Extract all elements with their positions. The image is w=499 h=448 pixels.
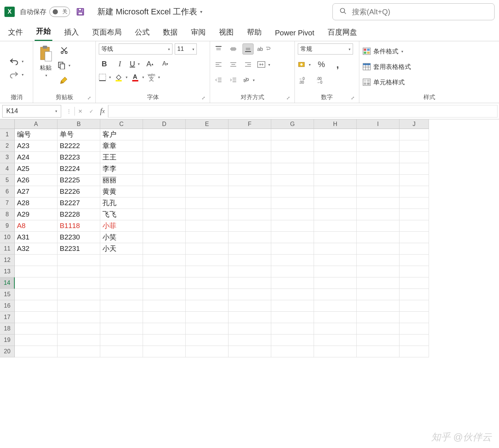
cell[interactable] bbox=[186, 209, 228, 220]
cell[interactable] bbox=[186, 323, 228, 335]
cell[interactable] bbox=[357, 163, 399, 175]
cell[interactable] bbox=[143, 243, 186, 255]
cell[interactable] bbox=[143, 197, 186, 209]
cell[interactable] bbox=[314, 277, 357, 289]
cell[interactable] bbox=[228, 300, 271, 312]
confirm-button[interactable]: ✓ bbox=[86, 106, 97, 117]
cell[interactable]: B2225 bbox=[57, 175, 100, 186]
cell[interactable] bbox=[399, 232, 429, 243]
cell[interactable] bbox=[228, 255, 271, 266]
cell[interactable] bbox=[314, 129, 357, 140]
cell[interactable] bbox=[314, 335, 357, 346]
cell[interactable] bbox=[399, 152, 429, 163]
cell[interactable] bbox=[271, 277, 314, 289]
copy-button[interactable]: ▾ bbox=[57, 61, 70, 69]
cell[interactable] bbox=[100, 266, 143, 277]
row-header[interactable]: 7 bbox=[0, 197, 15, 209]
cell[interactable] bbox=[399, 255, 429, 266]
cell[interactable] bbox=[357, 255, 399, 266]
cell[interactable] bbox=[186, 129, 228, 140]
phonetic-button[interactable]: wén文 ▾ bbox=[148, 73, 160, 81]
cell[interactable] bbox=[228, 197, 271, 209]
cell[interactable]: B2230 bbox=[57, 232, 100, 243]
cell[interactable] bbox=[100, 289, 143, 300]
cell[interactable] bbox=[314, 266, 357, 277]
cell[interactable] bbox=[357, 209, 399, 220]
cell[interactable]: 李李 bbox=[100, 163, 143, 175]
cell[interactable] bbox=[186, 266, 228, 277]
cell[interactable] bbox=[57, 335, 100, 346]
row-header[interactable]: 3 bbox=[0, 152, 15, 163]
cell[interactable] bbox=[357, 289, 399, 300]
document-title[interactable]: 新建 Microsoft Excel 工作表 ▾ bbox=[97, 6, 202, 17]
align-right-button[interactable] bbox=[242, 59, 254, 70]
cell[interactable] bbox=[186, 186, 228, 197]
cell[interactable] bbox=[15, 312, 57, 323]
cell[interactable] bbox=[186, 152, 228, 163]
tab-视图[interactable]: 视图 bbox=[217, 24, 235, 41]
cell[interactable] bbox=[271, 163, 314, 175]
row-header[interactable]: 18 bbox=[0, 323, 15, 335]
cell[interactable] bbox=[100, 346, 143, 357]
cell[interactable] bbox=[271, 335, 314, 346]
row-header[interactable]: 6 bbox=[0, 186, 15, 197]
cell[interactable] bbox=[399, 140, 429, 152]
cell[interactable] bbox=[271, 152, 314, 163]
search-input[interactable] bbox=[352, 8, 488, 16]
decrease-decimal-button[interactable]: .00→0 bbox=[315, 74, 327, 85]
cell[interactable] bbox=[357, 346, 399, 357]
cell[interactable] bbox=[143, 289, 186, 300]
cell[interactable] bbox=[15, 346, 57, 357]
cell[interactable] bbox=[357, 243, 399, 255]
conditional-formatting-button[interactable]: 条件格式▾ bbox=[362, 45, 403, 57]
cell[interactable] bbox=[271, 129, 314, 140]
cell[interactable]: 孔孔 bbox=[100, 197, 143, 209]
cell[interactable] bbox=[314, 186, 357, 197]
cell[interactable] bbox=[271, 232, 314, 243]
cell[interactable] bbox=[100, 255, 143, 266]
cell[interactable] bbox=[314, 175, 357, 186]
column-header[interactable]: E bbox=[186, 119, 228, 129]
cell[interactable]: A28 bbox=[15, 197, 57, 209]
cell[interactable] bbox=[314, 152, 357, 163]
cell[interactable] bbox=[15, 335, 57, 346]
cell[interactable]: 飞飞 bbox=[100, 209, 143, 220]
cell[interactable]: B2223 bbox=[57, 152, 100, 163]
cell[interactable] bbox=[314, 289, 357, 300]
cell[interactable] bbox=[271, 266, 314, 277]
cell[interactable] bbox=[399, 186, 429, 197]
row-header[interactable]: 9 bbox=[0, 220, 15, 232]
cell[interactable] bbox=[100, 300, 143, 312]
cell[interactable]: A27 bbox=[15, 186, 57, 197]
cell[interactable] bbox=[143, 255, 186, 266]
row-header[interactable]: 17 bbox=[0, 312, 15, 323]
cell[interactable]: B1118 bbox=[57, 220, 100, 232]
redo-button[interactable]: ▾ bbox=[9, 70, 24, 78]
tab-插入[interactable]: 插入 bbox=[63, 24, 80, 41]
row-header[interactable]: 10 bbox=[0, 232, 15, 243]
cell[interactable] bbox=[357, 175, 399, 186]
shrink-font-button[interactable]: A▾ bbox=[160, 58, 171, 69]
cell[interactable] bbox=[57, 323, 100, 335]
cell[interactable] bbox=[357, 152, 399, 163]
row-header[interactable]: 1 bbox=[0, 129, 15, 140]
cell[interactable] bbox=[228, 152, 271, 163]
decrease-indent-button[interactable] bbox=[213, 74, 224, 85]
cell[interactable] bbox=[271, 243, 314, 255]
cell[interactable] bbox=[228, 140, 271, 152]
cell[interactable] bbox=[228, 220, 271, 232]
cell[interactable] bbox=[228, 346, 271, 357]
cell[interactable] bbox=[399, 300, 429, 312]
cell[interactable] bbox=[186, 277, 228, 289]
row-header[interactable]: 11 bbox=[0, 243, 15, 255]
cell[interactable]: B2222 bbox=[57, 140, 100, 152]
currency-button[interactable]: ▾ bbox=[298, 61, 311, 68]
italic-button[interactable]: I bbox=[114, 58, 125, 69]
cell[interactable] bbox=[357, 140, 399, 152]
cell[interactable] bbox=[143, 129, 186, 140]
cell[interactable] bbox=[143, 323, 186, 335]
cell[interactable] bbox=[314, 312, 357, 323]
cell[interactable] bbox=[186, 163, 228, 175]
cell[interactable] bbox=[271, 140, 314, 152]
cell[interactable] bbox=[314, 346, 357, 357]
